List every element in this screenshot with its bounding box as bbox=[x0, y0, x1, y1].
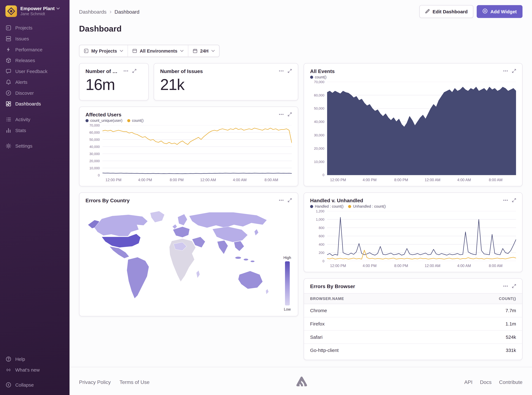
widget-expand-button[interactable] bbox=[132, 69, 136, 73]
user-feedback-icon bbox=[5, 68, 11, 74]
sidebar-item-label: Stats bbox=[15, 128, 26, 133]
dashboards-icon bbox=[5, 101, 11, 107]
sidebar-item-projects[interactable]: Projects bbox=[0, 22, 70, 33]
widget-expand-button[interactable] bbox=[512, 284, 516, 288]
plus-circle-icon bbox=[483, 9, 488, 15]
widget-options-button[interactable] bbox=[279, 200, 284, 201]
edit-dashboard-button[interactable]: Edit Dashboard bbox=[419, 5, 473, 18]
sidebar-item-whats-new[interactable]: What's new bbox=[0, 364, 70, 375]
browser-name: Chrome bbox=[310, 308, 327, 313]
org-name: Empower Plant bbox=[20, 6, 55, 11]
sidebar-item-dashboards[interactable]: Dashboards bbox=[0, 98, 70, 109]
widget-expand-button[interactable] bbox=[288, 198, 292, 202]
browser-count: 524k bbox=[506, 334, 516, 340]
x-tick-label: 4:00 AM bbox=[457, 178, 471, 182]
browser-name: Safari bbox=[310, 334, 323, 340]
sidebar-item-discover[interactable]: Discover bbox=[0, 88, 70, 99]
breadcrumb: Dashboards › Dashboard bbox=[79, 9, 139, 14]
browser-name: Firefox bbox=[310, 321, 325, 326]
alerts-icon bbox=[5, 79, 11, 85]
chevron-down-icon bbox=[56, 7, 60, 10]
legend-high-label: High bbox=[283, 256, 291, 260]
sidebar-item-activity[interactable]: Activity bbox=[0, 114, 70, 125]
y-axis: 70,00060,00050,00040,00030,00020,00010,0… bbox=[85, 125, 103, 175]
choropleth-legend: High Low bbox=[283, 256, 291, 311]
widget-expand-button[interactable] bbox=[512, 69, 516, 73]
contribute-link[interactable]: Contribute bbox=[499, 379, 522, 385]
discover-icon bbox=[5, 90, 11, 96]
breadcrumb-current: Dashboard bbox=[114, 9, 139, 14]
world-map[interactable] bbox=[83, 208, 276, 310]
sidebar-item-label: Performance bbox=[15, 47, 43, 52]
widget-number-of-issues: Number of Issues 21k bbox=[154, 63, 298, 101]
sidebar-item-user-feedback[interactable]: User Feedback bbox=[0, 66, 70, 77]
sidebar-item-issues[interactable]: Issues bbox=[0, 33, 70, 44]
time-range-filter[interactable]: 24H bbox=[188, 45, 219, 57]
widget-options-button[interactable] bbox=[503, 200, 508, 201]
x-tick-label: 8:00 PM bbox=[394, 178, 408, 182]
legend-item[interactable]: Handled : count() bbox=[310, 204, 344, 208]
x-tick-label: 12:00 AM bbox=[425, 264, 440, 268]
widget-title: Handled v. Unhandled bbox=[310, 198, 500, 203]
api-link[interactable]: API bbox=[464, 379, 472, 385]
sidebar-collapse-button[interactable]: Collapse bbox=[0, 379, 70, 390]
sidebar-item-releases[interactable]: Releases bbox=[0, 55, 70, 66]
releases-icon bbox=[5, 57, 11, 64]
add-widget-button[interactable]: Add Widget bbox=[477, 5, 522, 18]
legend-item[interactable]: count_unique(user) bbox=[86, 118, 122, 123]
broadcast-icon bbox=[5, 367, 11, 373]
widget-options-button[interactable] bbox=[124, 70, 128, 72]
org-user: Jane Schmidt bbox=[20, 12, 60, 17]
sidebar-item-label: Alerts bbox=[15, 79, 27, 85]
org-switcher[interactable]: Empower Plant Jane Schmidt bbox=[0, 5, 70, 22]
sidebar-item-label: What's new bbox=[15, 367, 40, 373]
org-logo bbox=[5, 5, 17, 17]
project-filter[interactable]: My Projects bbox=[79, 45, 127, 57]
pencil-icon bbox=[425, 9, 430, 14]
x-tick-label: 8:00 PM bbox=[394, 264, 408, 268]
all-events-chart[interactable] bbox=[327, 82, 516, 175]
table-row[interactable]: Go-http-client 331k bbox=[304, 344, 522, 357]
widget-options-button[interactable] bbox=[503, 70, 508, 72]
widget-errors-by-country: Errors By Country bbox=[79, 192, 298, 316]
widget-options-button[interactable] bbox=[503, 285, 508, 287]
sentry-logo-icon bbox=[294, 376, 308, 388]
docs-link[interactable]: Docs bbox=[480, 379, 491, 385]
x-tick-label: 4:00 PM bbox=[138, 178, 152, 182]
sidebar-item-help[interactable]: Help bbox=[0, 354, 70, 365]
sidebar-item-stats[interactable]: Stats bbox=[0, 125, 70, 136]
browser-name: Go-http-client bbox=[310, 347, 339, 353]
table-row[interactable]: Chrome 7.7m bbox=[304, 304, 522, 317]
sidebar-item-label: Issues bbox=[15, 36, 29, 41]
sidebar-item-label: Help bbox=[15, 356, 25, 362]
sidebar-item-label: Activity bbox=[15, 117, 30, 122]
legend-item[interactable]: count() bbox=[310, 75, 326, 79]
choropleth-gradient-bar bbox=[285, 261, 290, 306]
sidebar-item-label: Projects bbox=[15, 25, 32, 31]
sidebar-item-settings[interactable]: Settings bbox=[0, 141, 70, 151]
terms-of-use-link[interactable]: Terms of Use bbox=[119, 379, 149, 385]
widget-title: Affected Users bbox=[86, 112, 276, 117]
widget-options-button[interactable] bbox=[279, 114, 284, 115]
x-tick-label: 12:00 PM bbox=[330, 178, 346, 182]
widget-expand-button[interactable] bbox=[288, 112, 292, 116]
app-root: Empower Plant Jane Schmidt Projects Issu… bbox=[0, 0, 532, 395]
environment-filter[interactable]: All Environments bbox=[127, 45, 188, 57]
table-row[interactable]: Firefox 1.1m bbox=[304, 317, 522, 330]
privacy-policy-link[interactable]: Privacy Policy bbox=[79, 379, 111, 385]
table-row[interactable]: Safari 524k bbox=[304, 330, 522, 344]
x-tick-label: 12:00 PM bbox=[105, 178, 121, 182]
breadcrumb-dashboards[interactable]: Dashboards bbox=[79, 9, 106, 14]
big-number-value: 16m bbox=[79, 74, 148, 92]
sidebar-item-performance[interactable]: Performance bbox=[0, 44, 70, 55]
affected-users-chart[interactable] bbox=[103, 125, 292, 175]
widget-expand-button[interactable] bbox=[288, 69, 292, 73]
handled-unhandled-chart[interactable] bbox=[327, 211, 516, 261]
widget-options-button[interactable] bbox=[279, 70, 284, 72]
sidebar-item-label: Settings bbox=[15, 143, 32, 148]
legend-item[interactable]: count() bbox=[127, 118, 143, 123]
sidebar-item-alerts[interactable]: Alerts bbox=[0, 77, 70, 88]
widget-expand-button[interactable] bbox=[512, 198, 516, 202]
x-tick-label: 8:00 AM bbox=[489, 264, 502, 268]
legend-item[interactable]: Unhandled : count() bbox=[348, 204, 386, 208]
